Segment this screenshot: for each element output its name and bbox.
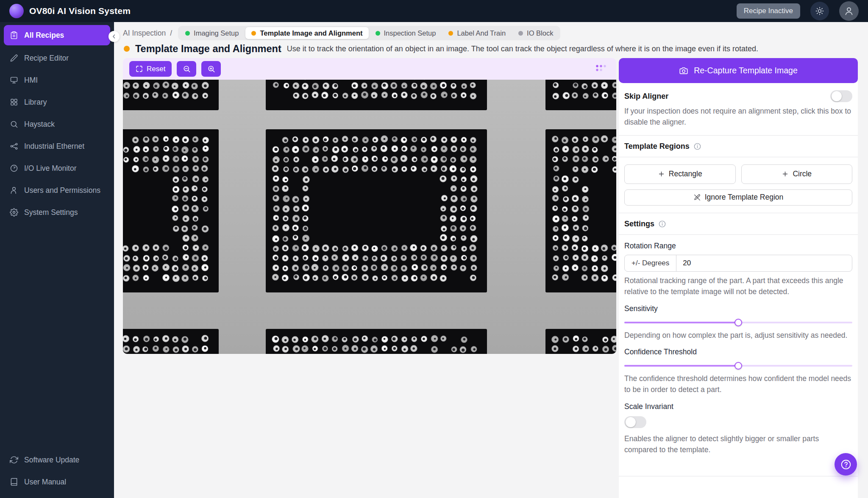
sidebar-item-users-permissions[interactable]: Users and Permissions (0, 179, 114, 201)
sidebar-item-label: System Settings (24, 208, 78, 217)
help-fab-button[interactable] (835, 453, 857, 476)
page-description: Use it to track the orientation of an ob… (287, 45, 758, 53)
main-content: AI Inspection / Imaging Setup Template I… (114, 22, 868, 498)
top-bar: OV80i AI Vision System Recipe Inactive (0, 0, 868, 22)
template-regions-header: Template Regions (624, 136, 852, 157)
scale-invariant-toggle[interactable] (624, 416, 646, 428)
step-status-dot (448, 31, 453, 36)
sidebar-item-label: I/O Live Monitor (24, 164, 77, 173)
page-title: Template Image and Alignment (135, 43, 281, 55)
step-tab-io-block[interactable]: IO Block (512, 27, 559, 39)
confidence-threshold-help: The confidence threshold determines how … (624, 373, 852, 395)
sidebar-item-library[interactable]: Library (0, 91, 114, 113)
alignment-settings-panel: Re-Capture Template Image Skip Aligner I… (619, 58, 858, 498)
sidebar: All Recipes Recipe Editor HMI Librar (0, 22, 114, 498)
add-circle-button[interactable]: Circle (741, 164, 853, 184)
search-icon (10, 120, 18, 128)
reset-view-button[interactable]: Reset (129, 61, 172, 77)
sidebar-item-label: Users and Permissions (24, 186, 100, 195)
skip-aligner-label: Skip Aligner (624, 92, 668, 101)
app-root: OV80i AI Vision System Recipe Inactive (0, 0, 868, 498)
fit-screen-icon (136, 65, 143, 72)
sidebar-item-label: Recipe Editor (24, 54, 69, 63)
confidence-threshold-label: Confidence Threshold (624, 348, 852, 356)
zoom-out-button[interactable] (177, 61, 196, 77)
recipes-icon (10, 31, 18, 39)
breadcrumb-separator: / (170, 29, 172, 38)
book-icon (10, 478, 18, 486)
gear-icon (10, 208, 18, 217)
sensitivity-help: Depending on how complex the part is, ad… (624, 330, 852, 341)
template-image-canvas[interactable] (123, 80, 616, 354)
sidebar-collapse-button[interactable] (108, 31, 120, 42)
dots-grid-icon (595, 64, 608, 72)
refresh-icon (10, 456, 18, 464)
breadcrumb: AI Inspection / (123, 29, 172, 38)
page-status-dot (124, 46, 130, 52)
sidebar-item-industrial-ethernet[interactable]: Industrial Ethernet (0, 135, 114, 157)
sensitivity-slider[interactable] (624, 319, 852, 326)
theme-toggle-button[interactable] (810, 2, 829, 20)
plus-icon (658, 170, 665, 178)
step-tab-template-image-alignment[interactable]: Template Image and Alignment (245, 27, 368, 39)
app-title: OV80i AI Vision System (29, 6, 131, 16)
recapture-template-button[interactable]: Re-Capture Template Image (619, 58, 858, 83)
settings-title: Settings (624, 220, 654, 228)
settings-header: Settings (624, 213, 852, 234)
info-icon[interactable] (658, 220, 666, 228)
work-area: Reset (123, 58, 868, 498)
step-tab-inspection-setup[interactable]: Inspection Setup (370, 27, 442, 39)
zoom-out-icon (183, 65, 191, 73)
user-icon (10, 186, 18, 195)
info-icon[interactable] (693, 142, 701, 150)
topbar-actions: Recipe Inactive (737, 1, 859, 21)
step-status-dot (251, 31, 256, 36)
sidebar-item-software-update[interactable]: Software Update (0, 449, 114, 471)
breadcrumb-section[interactable]: AI Inspection (123, 29, 166, 38)
sidebar-item-recipe-editor[interactable]: Recipe Editor (0, 47, 114, 69)
sidebar-item-label: Industrial Ethernet (24, 142, 84, 151)
network-icon (10, 142, 18, 150)
panel-body: Skip Aligner If your inspection does not… (619, 90, 858, 476)
sidebar-item-user-manual[interactable]: User Manual (0, 471, 114, 493)
scale-invariant-help: Enables the aligner to detect slightly b… (624, 434, 852, 456)
sidebar-item-system-settings[interactable]: System Settings (0, 201, 114, 223)
ignore-button-label: Ignore Template Region (705, 193, 784, 202)
sidebar-item-all-recipes[interactable]: All Recipes (4, 25, 110, 45)
toggle-knob (626, 417, 636, 427)
skip-aligner-row: Skip Aligner (624, 90, 852, 102)
sidebar-item-haystack[interactable]: Haystack (0, 113, 114, 135)
sidebar-item-hmi[interactable]: HMI (0, 69, 114, 91)
step-tab-imaging-setup[interactable]: Imaging Setup (179, 27, 245, 39)
confidence-slider-thumb[interactable] (734, 362, 742, 370)
template-image (123, 80, 616, 354)
sidebar-item-label: Software Update (24, 456, 79, 465)
rotation-range-input[interactable]: 20 (676, 255, 852, 271)
step-tab-label: Label And Train (457, 29, 506, 37)
user-avatar-button[interactable] (839, 1, 859, 21)
add-rectangle-button[interactable]: Rectangle (624, 164, 736, 184)
step-tab-label: IO Block (527, 29, 553, 37)
confidence-threshold-slider[interactable] (624, 362, 852, 370)
rotation-range-unit: +/- Degrees (625, 255, 676, 271)
skip-aligner-toggle[interactable] (830, 90, 852, 102)
ignore-template-region-button[interactable]: Ignore Template Region (624, 189, 852, 206)
rotation-range-label: Rotation Range (624, 242, 852, 250)
sidebar-spacer (0, 223, 114, 449)
sidebar-item-label: Library (24, 98, 47, 107)
slider-fill (624, 322, 738, 323)
template-image-viewport: Reset (123, 58, 616, 354)
drag-handle-dots[interactable] (595, 64, 608, 74)
app-logo (9, 4, 24, 18)
skip-aligner-help: If your inspection does not require an a… (624, 106, 852, 128)
step-tab-label-and-train[interactable]: Label And Train (442, 27, 512, 39)
canvas-toolbar: Reset (123, 58, 616, 80)
gauge-icon (10, 164, 18, 172)
sensitivity-slider-thumb[interactable] (734, 319, 742, 326)
step-tab-label: Inspection Setup (384, 29, 436, 37)
zoom-in-icon (207, 65, 215, 73)
zoom-in-button[interactable] (201, 61, 221, 77)
reset-button-label: Reset (147, 65, 165, 73)
sidebar-item-io-live-monitor[interactable]: I/O Live Monitor (0, 157, 114, 179)
step-tab-label: Imaging Setup (194, 29, 239, 37)
